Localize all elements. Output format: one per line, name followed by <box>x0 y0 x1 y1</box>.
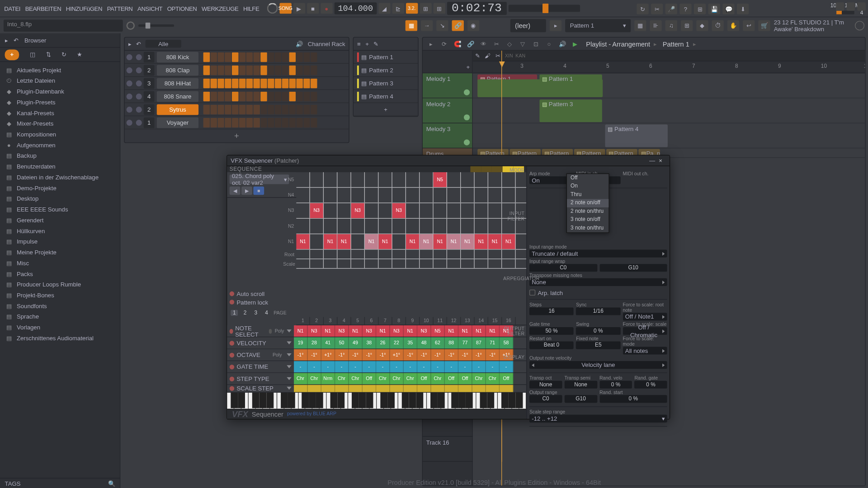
playlist-select-icon[interactable]: ○ <box>544 39 554 48</box>
black-key[interactable] <box>366 392 373 408</box>
param-cell[interactable]: N1 <box>404 325 417 337</box>
mute-toggle[interactable] <box>464 114 470 120</box>
tree-item[interactable]: ▤Hüllkurven <box>0 225 120 236</box>
shop-icon[interactable]: ⊞ <box>694 4 706 14</box>
param-cell[interactable]: 50 <box>335 337 349 348</box>
velocity-lane[interactable]: VELOCITY 1928415049382622354862887787715… <box>227 337 526 349</box>
step-cell[interactable] <box>239 117 246 127</box>
dropdown-item[interactable]: Off <box>567 174 609 182</box>
step-cell[interactable] <box>210 78 217 88</box>
step-cell[interactable] <box>289 91 296 101</box>
param-cell[interactable]: - <box>431 361 444 372</box>
black-key[interactable] <box>459 392 466 408</box>
tree-item[interactable]: ▤Zerschnittenes Audiomaterial <box>0 333 120 343</box>
step-cell[interactable] <box>239 104 246 114</box>
step-cell[interactable] <box>246 104 253 114</box>
param-cell[interactable]: N3 <box>390 325 403 337</box>
tree-item[interactable]: ▤Desktop <box>0 193 120 204</box>
input-range-mode-value[interactable]: Truncate / default <box>529 250 667 258</box>
step-type-lane[interactable]: STEP TYPE ChrChrNrmChrChrOffChrChrChrOff… <box>227 373 526 385</box>
channel-row[interactable]: 2Sytrus <box>125 103 349 116</box>
tree-item[interactable]: ▤Backup <box>0 150 120 161</box>
song-mode-button[interactable]: SONG <box>279 3 291 14</box>
tree-item[interactable]: ◆Kanal-Presets <box>0 107 120 118</box>
note-select-lane[interactable]: NOTE SELECTPoly N1N3N1N3N1N3N1N3N1N3N5N1… <box>227 325 526 337</box>
step-cell[interactable] <box>282 91 289 101</box>
track-header[interactable]: Melody 2 <box>423 99 472 123</box>
param-cell[interactable]: 38 <box>363 337 376 348</box>
mic-icon[interactable]: 🎤 <box>665 4 677 14</box>
browser-sort-icon[interactable]: ⇅ <box>46 51 51 58</box>
step-cell[interactable] <box>296 52 303 61</box>
param-cell[interactable] <box>321 385 335 392</box>
step-cell[interactable] <box>232 91 239 101</box>
step-cell[interactable] <box>289 52 296 61</box>
black-key[interactable] <box>480 392 487 408</box>
step-cell[interactable] <box>253 104 260 114</box>
channel-led[interactable] <box>127 106 132 112</box>
pattern-item[interactable]: ▤Pattern 2 <box>354 64 418 77</box>
octave-lane[interactable]: OCTAVEPoly -1°-1°+1°-1°-1°-1°-1°+1°-1°-1… <box>227 349 526 361</box>
chanrack-menu-icon[interactable]: ▸ <box>128 41 132 47</box>
step-cell[interactable] <box>311 65 317 75</box>
tree-item[interactable]: ◆Mixer-Presets <box>0 118 120 129</box>
view-browser-icon[interactable]: ⊞ <box>681 20 693 31</box>
param-cell[interactable] <box>472 385 486 392</box>
sequence-grid[interactable]: N5 N3N3N3 N1N1N1N1N1N1N1N1N1N1N1N1N1 N5 … <box>296 172 526 288</box>
param-cell[interactable]: Off <box>458 373 472 384</box>
sync-value[interactable]: 1/16 <box>576 307 620 315</box>
close-button[interactable] <box>857 2 865 10</box>
page-4-button[interactable]: 4 <box>263 310 270 316</box>
step-cell[interactable] <box>203 117 210 127</box>
channel-led[interactable] <box>127 54 132 60</box>
tree-item[interactable]: ▤Projekt-Bones <box>0 290 120 300</box>
param-cell[interactable]: Chr <box>486 373 500 384</box>
step-cell[interactable] <box>232 78 239 88</box>
step-cell[interactable] <box>303 78 310 88</box>
black-key[interactable] <box>330 392 338 408</box>
param-cell[interactable]: - <box>472 361 486 372</box>
playlist-speaker-icon[interactable]: 🔊 <box>557 39 567 48</box>
page-1-button[interactable]: 1 <box>231 310 238 316</box>
param-cell[interactable]: 49 <box>349 337 362 348</box>
track-header[interactable]: Melody 1 <box>423 73 472 98</box>
param-cell[interactable]: - <box>294 361 307 372</box>
force-mode-value[interactable]: All notes <box>623 347 667 354</box>
channel-number[interactable]: 2 <box>144 65 155 75</box>
tree-item[interactable]: ◆Plugin-Presets <box>0 97 120 108</box>
force-root-value[interactable]: Off / Note1 <box>623 313 667 320</box>
step-cell[interactable] <box>210 117 217 127</box>
step-cell[interactable] <box>217 78 224 88</box>
track-header[interactable]: Melody 3 <box>423 123 472 148</box>
param-cell[interactable]: N1 <box>376 325 390 337</box>
playlist-eye-icon[interactable]: 👁 <box>479 39 488 48</box>
param-cell[interactable]: - <box>417 361 431 372</box>
step-cell[interactable] <box>268 104 274 114</box>
param-cell[interactable] <box>349 385 362 392</box>
tree-item[interactable]: ▤Soundfonts <box>0 300 120 311</box>
dropdown-item[interactable]: Thru <box>567 191 609 199</box>
playlist-cut-icon[interactable]: ✂ <box>492 39 501 48</box>
mute-toggle[interactable] <box>464 140 470 145</box>
pattern-add-icon[interactable]: + <box>365 41 369 47</box>
step-cell[interactable] <box>260 91 267 101</box>
play-button[interactable]: ▶ <box>293 3 305 14</box>
output-range-lo[interactable]: C0 <box>529 395 562 403</box>
step-cell[interactable] <box>282 65 289 75</box>
tree-item[interactable]: ▤Misc <box>0 258 120 268</box>
step-cell[interactable] <box>260 104 267 114</box>
playlist-zoom-icon[interactable]: ⊡ <box>531 39 541 48</box>
step-cell[interactable] <box>232 104 239 114</box>
channel-name[interactable]: 808 Clap <box>157 65 198 75</box>
arp-latch-toggle[interactable]: Arp. latch <box>529 288 667 296</box>
step-cell[interactable] <box>246 78 253 88</box>
channel-number[interactable]: 2 <box>144 104 155 115</box>
step-cell[interactable] <box>246 91 253 101</box>
undo-history-icon[interactable]: ↻ <box>637 4 648 14</box>
chanrack-back-icon[interactable]: ↶ <box>136 41 141 47</box>
steps-value[interactable]: 16 <box>529 307 574 315</box>
black-key[interactable] <box>402 392 409 408</box>
param-cell[interactable]: -1° <box>294 349 307 361</box>
search-icon[interactable]: 🔍 <box>108 480 115 487</box>
step-cell[interactable] <box>289 104 296 114</box>
